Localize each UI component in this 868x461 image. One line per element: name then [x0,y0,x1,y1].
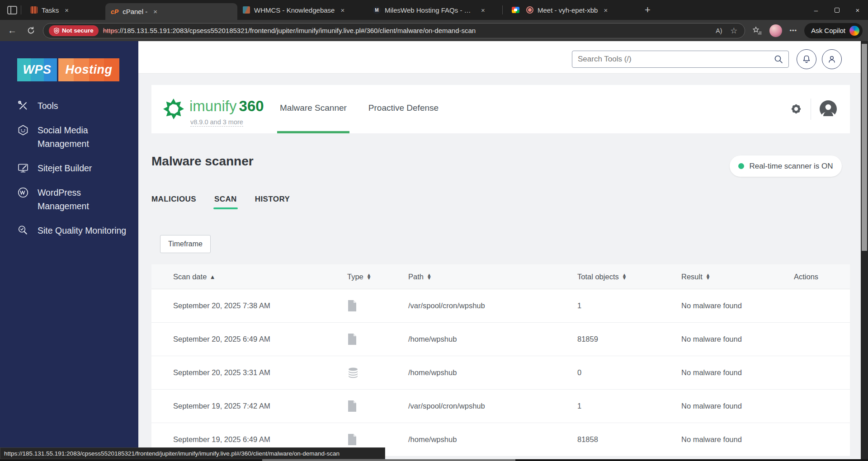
column-scan-date[interactable]: Scan date▲ [151,273,347,281]
subtab-scan[interactable]: SCAN [214,195,237,204]
hosting-sidebar: WPS Hosting Tools Social Media Managemen… [0,41,138,461]
not-secure-label: Not secure [62,27,94,34]
wps-hosting-logo[interactable]: WPS Hosting [17,58,119,81]
tab-whmcs[interactable]: WHMCS - Knowledgebase × [237,0,368,20]
gear-icon[interactable] [789,102,803,116]
ask-copilot-button[interactable]: Ask Copilot [804,23,863,38]
tab-separator [21,5,21,14]
search-tools-box [572,51,789,68]
scan-date-cell: September 19, 2025 6:49 AM [151,435,347,444]
tab-cpanel[interactable]: cP cPanel - × [105,3,237,20]
scan-date-cell: September 20, 2025 6:49 AM [151,335,347,343]
table-row[interactable]: September 20, 2025 7:38 AM /var/spool/cr… [151,289,850,323]
shield-icon [54,28,59,34]
path-cell: /home/wpshub [408,368,577,377]
close-window-button[interactable]: × [847,0,868,20]
favorite-star-icon[interactable]: ☆ [728,26,739,36]
column-result[interactable]: Result▲▼ [681,273,794,281]
browser-toolbar: ← Not secure https://185.131.55.191:2083… [0,20,868,41]
tab-close-icon[interactable]: × [151,8,159,15]
table-row[interactable]: September 20, 2025 3:31 AM /home/wpshub … [151,356,850,390]
maximize-icon [835,8,840,13]
scrollbar-thumb[interactable] [862,44,867,251]
table-row[interactable]: September 19, 2025 7:42 AM /var/spool/cr… [151,390,850,423]
scrollbar-thumb[interactable] [262,459,515,461]
timeframe-button[interactable]: Timeframe [160,235,211,253]
cpanel-favicon: cP [111,8,118,15]
status-dot-icon [738,163,744,169]
column-total-objects[interactable]: Total objects▲▼ [577,273,681,281]
favorites-list-icon [752,26,762,35]
vertical-scrollbar[interactable] [861,41,868,461]
header-divider [811,99,811,120]
path-cell: /var/spool/cron/wpshub [408,402,577,410]
milesweb-favicon: M [373,6,381,14]
subtab-malicious[interactable]: MALICIOUS [151,195,196,204]
minimize-button[interactable]: – [806,0,826,20]
realtime-scanner-badge: Real-time scanner is ON [730,155,842,177]
tab-label: WHMCS - Knowledgebase [254,6,335,14]
sidebar-item-label: Site Quality Monitoring [38,224,126,237]
tab-proactive-defense[interactable]: Proactive Defense [366,85,441,133]
column-actions: Actions [794,273,850,281]
total-objects-cell: 1 [577,301,681,310]
sidebar-item-sitejet[interactable]: Sitejet Builder [17,161,131,175]
file-icon [347,300,357,312]
type-cell [347,333,408,345]
not-secure-badge[interactable]: Not secure [49,25,99,36]
tab-label: cPanel - [123,8,147,15]
address-bar[interactable]: Not secure https://185.131.55.191:2083/c… [43,23,745,38]
tab-close-icon[interactable]: × [479,6,487,14]
workspaces-icon[interactable] [7,6,17,14]
column-path[interactable]: Path▲▼ [408,273,577,281]
tools-icon [17,100,29,112]
type-cell [347,367,408,379]
new-tab-button[interactable]: + [640,4,655,16]
search-input[interactable] [578,55,774,64]
bell-icon [802,54,811,64]
result-cell: No malware found [681,435,794,444]
result-cell: No malware found [681,301,794,310]
file-icon [347,400,357,412]
sidebar-item-label: Sitejet Builder [38,161,92,175]
tab-tasks[interactable]: Tasks × [25,0,105,20]
back-button[interactable]: ← [5,25,19,36]
tab-malware-scanner[interactable]: Malware Scanner [277,85,349,133]
sidebar-item-social-media[interactable]: Social Media Management [17,123,131,151]
tab-close-icon[interactable]: × [602,6,609,14]
total-objects-cell: 81859 [577,335,681,343]
brand-360: 360 [239,98,264,114]
search-icon[interactable] [774,55,783,64]
sidebar-item-site-quality[interactable]: Site Quality Monitoring [17,224,131,237]
refresh-button[interactable] [24,26,38,35]
realtime-scanner-label: Real-time scanner is ON [749,162,833,171]
sidebar-item-wordpress[interactable]: WordPress Management [17,186,131,213]
tab-milesweb[interactable]: M MilesWeb Hosting FAQs - Web H × [368,0,499,20]
logo-wps-part: WPS [17,58,57,81]
page-title: Malware scanner [151,154,254,169]
tab-close-icon[interactable]: × [339,6,346,14]
copilot-label: Ask Copilot [811,27,845,34]
subtab-history[interactable]: HISTORY [255,195,290,204]
settings-menu-button[interactable]: ••• [788,27,799,34]
result-cell: No malware found [681,368,794,377]
imunify-avatar-icon[interactable] [819,100,837,118]
browser-profile-avatar[interactable] [769,24,782,37]
notifications-button[interactable] [797,49,816,69]
tab-close-icon[interactable]: × [63,6,71,14]
account-button[interactable] [822,49,842,69]
table-row[interactable]: September 20, 2025 6:49 AM /home/wpshub … [151,323,850,356]
version-link[interactable]: v8.9.0 and 3 more [190,118,243,127]
column-type[interactable]: Type▲▼ [347,273,408,281]
sidebar-item-tools[interactable]: Tools [17,99,131,113]
maximize-button[interactable] [826,0,847,20]
total-objects-cell: 1 [577,402,681,410]
result-cell: No malware found [681,402,794,410]
favorites-bar-icon[interactable] [750,26,764,35]
tab-meet[interactable]: Meet - vyh-epet-xbb × [506,0,638,20]
horizontal-scrollbar[interactable] [0,459,868,461]
read-aloud-button[interactable]: A) [714,27,724,34]
total-objects-cell: 81858 [577,435,681,444]
file-icon [347,333,357,345]
whmcs-favicon [243,6,250,14]
